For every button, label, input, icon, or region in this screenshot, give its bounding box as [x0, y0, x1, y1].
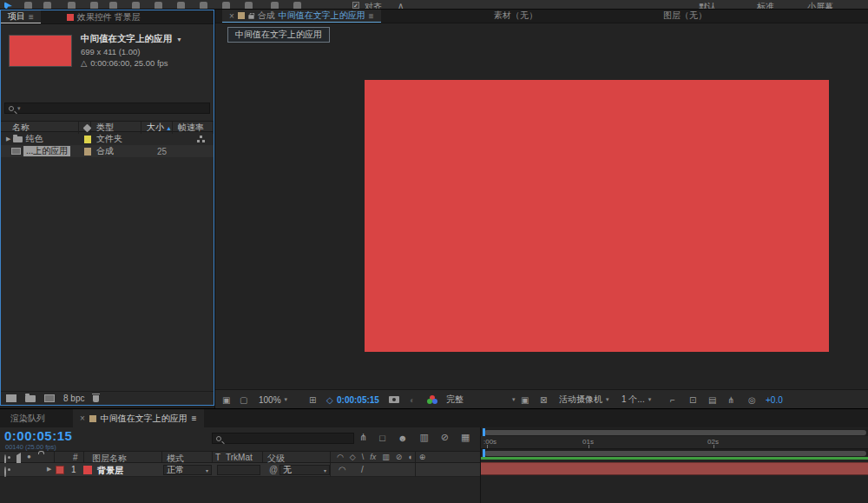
transparency-grid-icon[interactable]: ⊠ [540, 390, 547, 408]
parent-pickwhip-icon[interactable]: @ [269, 465, 278, 474]
project-search-input[interactable]: ▾ [4, 103, 210, 114]
panel-menu-icon[interactable]: ≡ [29, 12, 34, 22]
parent-dropdown[interactable]: 无 ▾ [279, 465, 330, 475]
motion-blur-icon[interactable]: ⊘ [441, 432, 449, 443]
trash-icon[interactable] [93, 395, 99, 402]
pixel-aspect-correction-icon[interactable]: ⊡ [689, 390, 696, 408]
timeline-navigator[interactable] [481, 428, 868, 436]
layer-shy-switch[interactable]: ◠ [339, 465, 346, 474]
layer-name[interactable]: 背景层 [97, 465, 123, 477]
shape-tool-icon[interactable] [132, 2, 140, 10]
new-composition-icon[interactable] [44, 394, 55, 402]
camera-tool-icon[interactable] [90, 2, 98, 10]
collapse-toolbar-icon[interactable]: ∧ [398, 1, 404, 10]
brush-tool-icon[interactable] [200, 2, 207, 10]
search-options-caret-icon[interactable]: ▾ [17, 105, 21, 112]
selection-tool-icon[interactable] [4, 2, 12, 10]
column-fps[interactable]: 帧速率 [173, 122, 214, 134]
workspace-standard-button[interactable]: 标准 [757, 1, 774, 10]
snapshot-icon[interactable] [389, 396, 399, 403]
layer-expander-icon[interactable]: ▶ [47, 466, 51, 473]
interpret-footage-icon[interactable] [6, 394, 16, 402]
tab-render-queue[interactable]: 渲染队列 [3, 409, 52, 428]
channel-icon[interactable] [427, 395, 437, 404]
label-swatch-tan[interactable] [84, 148, 91, 156]
timeline-menu-icon[interactable]: ≡ [192, 414, 197, 423]
clone-stamp-tool-icon[interactable] [222, 2, 230, 10]
new-folder-icon[interactable] [25, 395, 36, 402]
blend-mode-dropdown[interactable]: 正常 ▾ [163, 465, 212, 475]
viewer-timecode[interactable]: 0:00:05:15 [337, 390, 379, 408]
close-tab-icon[interactable]: × [229, 11, 234, 21]
exposure-value[interactable]: +0.0 [766, 390, 783, 408]
puppet-tool-icon[interactable] [293, 2, 301, 10]
bit-depth-button[interactable]: 8 bpc [63, 394, 84, 403]
column-type[interactable]: 类型 [91, 122, 141, 134]
project-row-solids-folder[interactable]: ▶ 纯色 文件夹 [1, 133, 214, 145]
trkmat-column[interactable]: TrkMat [226, 453, 253, 462]
view-layout-dropdown[interactable]: 1 个... ▾ [621, 390, 651, 408]
frame-blending-icon[interactable]: ▥ [419, 432, 428, 443]
layer-duration-bar[interactable] [481, 462, 868, 475]
tab-composition[interactable]: × 合成 中间值在文字上的应用 ≡ [222, 10, 381, 23]
composition-title: 中间值在文字上的应用 [81, 33, 172, 45]
tab-timeline-comp[interactable]: × 中间值在文字上的应用 ≡ [73, 409, 204, 428]
close-tab-icon[interactable]: × [80, 414, 85, 423]
timeline-search-input[interactable] [212, 433, 354, 444]
mini-flowchart-icon[interactable]: ⋔ [727, 390, 734, 408]
navigator-start-handle[interactable] [483, 428, 485, 436]
pan-behind-tool-icon[interactable] [109, 2, 117, 10]
primary-viewer-icon[interactable]: ▢ [240, 390, 247, 408]
goal-post-icon[interactable]: ⌐ [670, 390, 675, 408]
layer-label-swatch[interactable] [56, 466, 64, 474]
project-row-composition[interactable]: ...上的应用 合成 25 [1, 145, 214, 157]
preserve-transparency-column[interactable]: T [215, 453, 220, 462]
grid-guides-icon[interactable]: ⊞ [309, 390, 316, 408]
resolution-dropdown[interactable]: 完整 ▾ [446, 390, 516, 408]
mask-visibility-icon[interactable]: ◇ [326, 390, 333, 408]
column-size[interactable]: 大小 ▲ [141, 122, 173, 134]
fast-previews-icon[interactable]: ▤ [708, 390, 716, 408]
current-time-display[interactable]: 0:00:05:15 [4, 428, 72, 443]
graph-editor-icon[interactable]: ▦ [461, 432, 470, 443]
eraser-tool-icon[interactable] [245, 2, 253, 10]
magnification-dropdown[interactable]: 100% ▾ [259, 390, 287, 408]
folder-expander-icon[interactable]: ▶ [6, 136, 10, 142]
show-snapshot-icon[interactable]: ◐ [410, 390, 415, 408]
lock-icon[interactable] [248, 15, 253, 19]
snap-checkbox[interactable]: ✓ [352, 2, 359, 9]
draft-3d-icon[interactable]: □ [379, 433, 385, 443]
exposure-reset-icon[interactable]: ◎ [748, 390, 756, 408]
rotate-tool-icon[interactable] [68, 2, 76, 10]
type-tool-icon[interactable] [177, 2, 185, 10]
layer-quality-switch[interactable]: / [361, 465, 364, 474]
workspace-default-button[interactable]: 默认 [699, 1, 716, 10]
work-area-bar[interactable] [481, 449, 868, 457]
hide-shy-layers-icon[interactable]: ☻ [398, 433, 408, 443]
tab-footage[interactable]: 素材（无） [487, 10, 544, 22]
label-swatch-yellow[interactable] [84, 136, 91, 143]
column-name[interactable]: 名称 [1, 122, 79, 134]
tab-layer[interactable]: 图层（无） [656, 10, 713, 22]
column-label[interactable] [79, 122, 91, 134]
workspace-small-screen-button[interactable]: 小屏幕 [807, 1, 833, 10]
title-caret-icon[interactable]: ▼ [176, 36, 182, 43]
trkmat-dropdown[interactable] [217, 465, 260, 475]
viewer-canvas[interactable] [215, 44, 868, 389]
time-ruler[interactable]: :00s 01s 02s [481, 436, 868, 449]
region-of-interest-icon[interactable]: ▣ [521, 390, 529, 408]
viewer-menu-icon[interactable]: ≡ [369, 11, 374, 21]
item-name-selected[interactable]: ...上的应用 [23, 146, 70, 156]
breadcrumb-comp-button[interactable]: 中间值在文字上的应用 [227, 27, 330, 43]
zoom-tool-icon[interactable] [43, 2, 51, 10]
tab-project[interactable]: 项目 ≡ [1, 10, 41, 23]
roto-brush-tool-icon[interactable] [271, 2, 279, 10]
hand-tool-icon[interactable] [24, 2, 32, 10]
view-dropdown[interactable]: 活动摄像机 ▾ [559, 390, 609, 408]
work-area-start-handle[interactable] [483, 449, 485, 457]
always-preview-icon[interactable]: ▣ [222, 390, 230, 408]
tab-effect-controls[interactable]: 效果控件 背景层 [60, 10, 148, 23]
composition-mini-flowchart-icon[interactable]: ⋔ [359, 432, 367, 443]
layer-row-1[interactable]: ▶ 1 背景层 正常 ▾ @ 无 ▾ ◠ / [0, 463, 480, 477]
pen-tool-icon[interactable] [155, 2, 162, 10]
